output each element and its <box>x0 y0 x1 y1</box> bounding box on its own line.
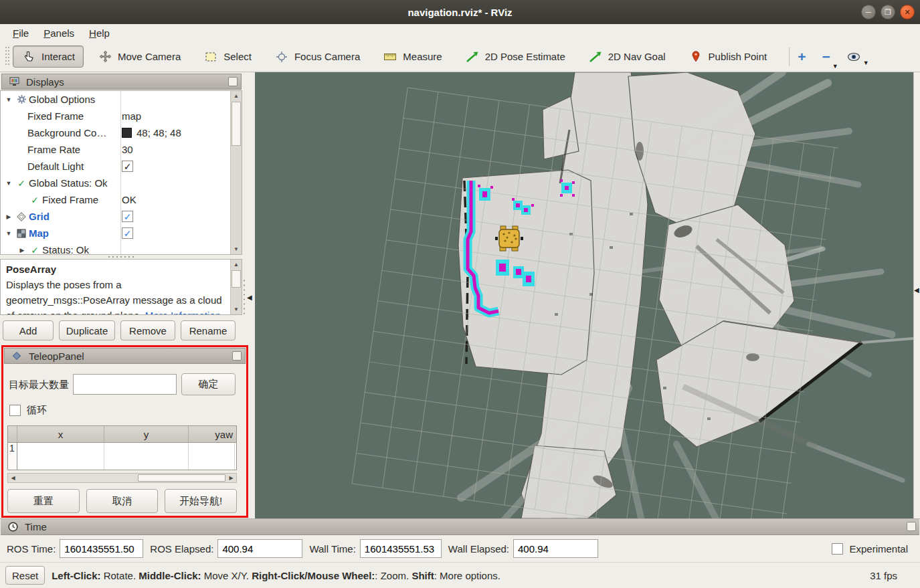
color-swatch[interactable] <box>122 128 132 138</box>
tool-focus-camera[interactable]: Focus Camera <box>266 45 369 68</box>
scrollbar-thumb[interactable] <box>232 102 241 146</box>
expander-icon[interactable]: ▶ <box>3 213 14 220</box>
expander-icon[interactable]: ▼ <box>3 180 14 187</box>
maximize-button[interactable]: ❐ <box>881 5 895 19</box>
display-value[interactable]: map <box>122 110 141 122</box>
reset-button[interactable]: Reset <box>5 566 45 585</box>
titlebar[interactable]: navigation.rviz* - RViz ─❐✕ <box>0 0 920 24</box>
tool-2d-pose-estimate[interactable]: 2D Pose Estimate <box>456 45 574 68</box>
loop-checkbox[interactable] <box>9 405 21 416</box>
experimental-checkbox[interactable] <box>832 543 843 555</box>
tool-interact[interactable]: Interact <box>13 45 84 68</box>
time-float-button[interactable] <box>907 522 916 531</box>
reset-goals-button[interactable]: 重置 <box>7 489 80 513</box>
collapse-left-icon[interactable]: ◀ <box>247 294 252 301</box>
collapse-left-icon[interactable]: ◀ <box>914 286 919 294</box>
right-panel-resize-handle[interactable]: ◀ <box>913 72 920 518</box>
display-row[interactable]: Fixed Framemap <box>1 108 242 124</box>
clock-icon <box>5 522 20 532</box>
table-cell[interactable] <box>189 443 235 470</box>
display-value[interactable]: OK <box>122 194 136 205</box>
close-button[interactable]: ✕ <box>900 5 915 19</box>
display-value[interactable]: ✓ <box>122 161 133 172</box>
time-panel-header[interactable]: Time <box>1 519 919 535</box>
start-navigation-button[interactable]: 开始导航! <box>165 489 237 513</box>
rename-display-button[interactable]: Rename <box>181 320 236 340</box>
displays-panel-header[interactable]: Displays <box>1 74 242 90</box>
scrollbar-thumb[interactable] <box>138 474 225 482</box>
column-header-y[interactable]: y <box>104 426 189 442</box>
dropdown-caret-icon[interactable]: ▼ <box>863 60 869 66</box>
display-row[interactable]: ▶Grid✓ <box>1 208 242 225</box>
expander-icon[interactable]: ▶ <box>17 247 27 254</box>
table-cell[interactable] <box>17 443 104 470</box>
display-buttons: AddDuplicateRemoveRename <box>3 320 236 340</box>
display-row[interactable]: Default Light✓ <box>1 158 242 175</box>
display-row[interactable]: ▼✓Global Status: Ok <box>1 175 242 191</box>
display-row[interactable]: Background Co…48; 48; 48 <box>1 124 242 141</box>
tool-2d-nav-goal[interactable]: 2D Nav Goal <box>579 45 674 68</box>
tool-select[interactable]: Select <box>195 45 260 68</box>
scroll-left-icon[interactable]: ◀ <box>8 474 18 482</box>
menu-help[interactable]: Help <box>82 26 117 40</box>
menu-panels[interactable]: Panels <box>36 26 82 40</box>
display-row[interactable]: ▶✓Status: Ok <box>1 241 242 255</box>
scroll-up-icon[interactable]: ▲ <box>231 260 242 270</box>
tool-publish-point[interactable]: Publish Point <box>680 45 776 68</box>
scroll-right-icon[interactable]: ▶ <box>226 474 236 482</box>
table-cell[interactable] <box>104 443 189 470</box>
minimize-button[interactable]: ─ <box>861 5 876 19</box>
enabled-checkbox[interactable]: ✓ <box>122 211 133 222</box>
display-label: Fixed Frame <box>27 110 84 122</box>
scrollbar-thumb[interactable] <box>232 270 241 288</box>
expander-icon[interactable]: ▼ <box>3 230 14 237</box>
menu-file[interactable]: File <box>5 26 36 40</box>
remove-tool-button[interactable]: −▼ <box>822 49 830 65</box>
display-row[interactable]: Frame Rate30 <box>1 141 242 158</box>
display-row[interactable]: ▼Map✓ <box>1 225 242 241</box>
remove-display-button[interactable]: Remove <box>120 320 175 340</box>
teleop-panel-header[interactable]: TeleopPanel <box>4 348 246 364</box>
visibility-button[interactable]: ▼ <box>846 52 861 62</box>
cancel-button[interactable]: 取消 <box>86 489 159 513</box>
panel-resize-handle[interactable]: ◀ <box>243 273 254 321</box>
confirm-button[interactable]: 确定 <box>181 373 236 395</box>
description-scrollbar[interactable]: ▲ ▼ <box>230 260 242 314</box>
displays-float-button[interactable] <box>228 77 238 86</box>
duplicate-display-button[interactable]: Duplicate <box>59 320 115 340</box>
column-header-yaw[interactable]: yaw <box>189 426 235 442</box>
column-header-x[interactable]: x <box>17 426 104 442</box>
add-display-button[interactable]: Add <box>3 320 54 340</box>
time-value-input[interactable] <box>60 539 143 558</box>
display-value[interactable]: 30 <box>122 144 133 155</box>
scroll-up-icon[interactable]: ▲ <box>231 91 242 101</box>
add-tool-button[interactable]: + <box>798 49 806 65</box>
3d-viewport[interactable] <box>255 72 913 518</box>
tool-measure[interactable]: Measure <box>374 45 450 68</box>
expander-icon[interactable]: ▼ <box>3 96 14 103</box>
tool-move-camera[interactable]: Move Camera <box>89 45 189 68</box>
more-information-link[interactable]: More Information. <box>142 310 223 315</box>
tool-label: 2D Nav Goal <box>608 51 666 62</box>
time-value-input[interactable] <box>217 539 302 558</box>
teleop-float-button[interactable] <box>232 351 242 361</box>
time-value-input[interactable] <box>360 539 442 558</box>
grid-diamond-icon <box>14 212 29 221</box>
max-goals-input[interactable] <box>73 374 177 395</box>
display-value[interactable]: ✓ <box>122 211 133 222</box>
time-value-input[interactable] <box>513 539 598 558</box>
goals-table-hscrollbar[interactable]: ◀ ▶ <box>7 473 237 483</box>
display-value[interactable]: 48; 48; 48 <box>122 127 181 138</box>
scroll-down-icon[interactable]: ▼ <box>231 244 242 254</box>
green-check-icon: ✓ <box>14 178 29 189</box>
goals-table-body: 1 <box>8 443 236 470</box>
toolbar-grip-handle[interactable] <box>5 47 10 67</box>
display-value[interactable]: ✓ <box>122 227 133 239</box>
tree-scrollbar[interactable]: ▲ ▼ <box>230 91 242 254</box>
scroll-down-icon[interactable]: ▼ <box>231 304 242 314</box>
enabled-checkbox[interactable]: ✓ <box>122 227 133 239</box>
dropdown-caret-icon[interactable]: ▼ <box>832 63 838 70</box>
enabled-checkbox[interactable]: ✓ <box>122 161 133 172</box>
display-row[interactable]: ✓Fixed FrameOK <box>1 191 242 208</box>
display-row[interactable]: ▼Global Options <box>1 91 242 108</box>
